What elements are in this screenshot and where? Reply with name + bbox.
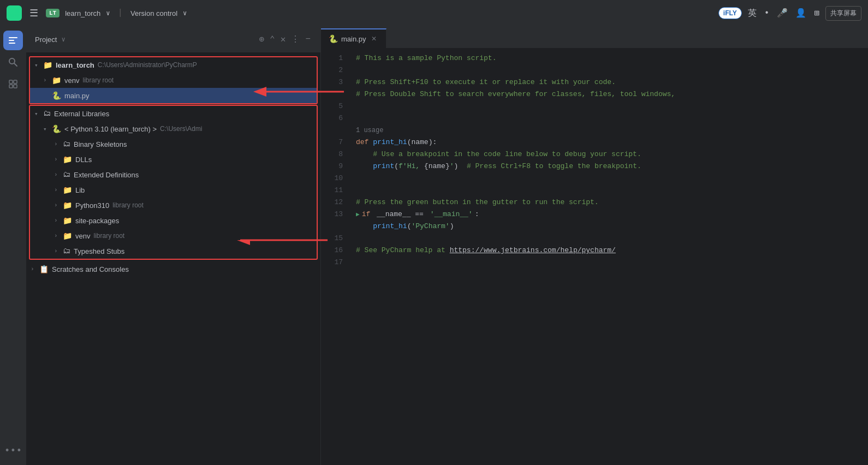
svg-rect-11 bbox=[9, 85, 13, 88]
svg-rect-0 bbox=[10, 9, 14, 13]
tree-item-python310[interactable]: ▾ 🐍 < Python 3.10 (learn_torch) > C:\Use… bbox=[30, 121, 317, 136]
hamburger-menu-icon[interactable]: ☰ bbox=[27, 5, 40, 21]
locate-file-icon[interactable]: ⊕ bbox=[258, 33, 265, 46]
chevron-right-icon: › bbox=[31, 266, 39, 272]
tree-item-main-py[interactable]: 🐍 main.py bbox=[30, 88, 317, 103]
sidebar-dropdown-icon[interactable]: ∨ bbox=[61, 35, 65, 44]
tab-main-py[interactable]: 🐍 main.py ✕ bbox=[321, 28, 387, 48]
app-logo bbox=[7, 5, 22, 21]
vcs-label[interactable]: Version control bbox=[130, 9, 177, 17]
tree-item-lib[interactable]: › 📁 Lib bbox=[30, 182, 317, 198]
vcs-dropdown-icon[interactable]: ∨ bbox=[183, 9, 187, 17]
code-line-17 bbox=[356, 257, 861, 269]
line-num-empty bbox=[328, 88, 343, 100]
tree-item-external-libraries[interactable]: ▾ 🗂 External Libraries bbox=[30, 106, 317, 121]
venv-libroot-label: venv bbox=[75, 232, 90, 240]
code-editor: 1 2 3 5 6 7 8 9 10 11 12 13 15 16 17 bbox=[321, 48, 868, 465]
sidebar-title: Project bbox=[35, 35, 57, 44]
activity-bar: ••• bbox=[0, 26, 26, 465]
scratches-label: Scratches and Consoles bbox=[52, 265, 129, 273]
root-folder-label: learn_torch bbox=[56, 61, 94, 69]
line-num-2: 2 bbox=[328, 64, 343, 76]
python310-folder-label: Python310 bbox=[75, 201, 109, 210]
chevron-right-icon: › bbox=[54, 156, 63, 163]
tree-item-root[interactable]: ▾ 📁 learn_torch C:\Users\Administrator\P… bbox=[30, 57, 317, 73]
svg-rect-4 bbox=[9, 37, 17, 38]
tree-item-extended-definitions[interactable]: › 🗂 Extended Definitions bbox=[30, 167, 317, 182]
lib-label: Lib bbox=[75, 186, 85, 194]
svg-rect-9 bbox=[9, 80, 13, 84]
line-num-13: 13 bbox=[328, 208, 343, 220]
line-num-16: 16 bbox=[328, 245, 343, 257]
chevron-right-icon: › bbox=[54, 217, 63, 224]
ifly-mic-icon[interactable]: 🎤 bbox=[775, 6, 789, 20]
share-screen-button[interactable]: 共享屏幕 bbox=[825, 6, 861, 21]
venv-libroot-tag: library root bbox=[93, 232, 124, 240]
svg-rect-12 bbox=[14, 85, 17, 88]
project-dropdown-icon[interactable]: ∨ bbox=[106, 9, 110, 17]
activity-plugins-icon[interactable] bbox=[3, 74, 23, 94]
code-line-15 bbox=[356, 233, 861, 245]
code-line-11 bbox=[356, 184, 861, 196]
project-name[interactable]: learn_torch bbox=[65, 9, 100, 17]
tab-close-icon[interactable]: ✕ bbox=[370, 34, 378, 43]
line-num-10: 10 bbox=[328, 172, 343, 184]
tree-item-python310-folder[interactable]: › 📁 Python310 library root bbox=[30, 198, 317, 213]
code-line-3b: # Press Double Shift to search everywher… bbox=[356, 88, 861, 100]
tree-item-venv-libroot[interactable]: › 📁 venv library root bbox=[30, 228, 317, 243]
root-folder-path: C:\Users\Administrator\PyCharmP bbox=[98, 61, 197, 69]
file-tree: ▾ 📁 learn_torch C:\Users\Administrator\P… bbox=[26, 52, 320, 465]
ifly-grid-icon[interactable]: ⊞ bbox=[812, 6, 821, 20]
ifly-user-icon[interactable]: 👤 bbox=[794, 6, 808, 20]
svg-line-8 bbox=[14, 63, 17, 66]
code-content[interactable]: # This is a sample Python script. # Pres… bbox=[349, 52, 868, 465]
tree-item-dlls[interactable]: › 📁 DLLs bbox=[30, 152, 317, 167]
folder-icon: 📁 bbox=[43, 61, 52, 70]
close-sidebar-icon[interactable]: ✕ bbox=[280, 33, 287, 46]
line-num-9: 9 bbox=[328, 160, 343, 172]
code-line-5 bbox=[356, 100, 861, 112]
more-options-icon[interactable]: ⋮ bbox=[290, 33, 301, 46]
code-line-8: # Use a breakpoint in the code line belo… bbox=[356, 148, 861, 160]
collapse-all-icon[interactable]: ⌃ bbox=[269, 33, 276, 46]
lib-icon: 🗂 bbox=[63, 170, 70, 179]
code-line-2 bbox=[356, 64, 861, 76]
line-num-3: 3 bbox=[328, 76, 343, 88]
python310-path: C:\Users\Admi bbox=[160, 125, 202, 133]
external-libraries-section-highlight: ▾ 🗂 External Libraries ▾ 🐍 < Python 3.10… bbox=[29, 105, 318, 260]
tree-item-typeshed-stubs[interactable]: › 🗂 Typeshed Stubs bbox=[30, 243, 317, 259]
svg-rect-5 bbox=[9, 40, 14, 41]
scratches-icon: 📋 bbox=[39, 265, 49, 274]
ifly-dots-icon[interactable]: • bbox=[763, 7, 771, 20]
code-line-10 bbox=[356, 172, 861, 184]
tree-item-scratches[interactable]: › 📋 Scratches and Consoles bbox=[26, 261, 320, 277]
line-num-17: 17 bbox=[328, 257, 343, 269]
line-num-1: 1 bbox=[328, 52, 343, 64]
site-packages-label: site-packages bbox=[75, 217, 119, 225]
svg-rect-10 bbox=[14, 80, 17, 84]
library-icon: 🗂 bbox=[43, 109, 51, 118]
line-num-6: 6 bbox=[328, 112, 343, 124]
binary-skeletons-label: Binary Skeletons bbox=[74, 140, 127, 148]
ifly-language-icon[interactable]: 英 bbox=[746, 6, 758, 21]
folder-icon: 📁 bbox=[63, 231, 72, 241]
code-line-7: def print_hi(name): bbox=[356, 136, 861, 148]
minimize-icon[interactable]: − bbox=[304, 33, 312, 45]
project-badge: LT bbox=[46, 9, 60, 17]
dlls-label: DLLs bbox=[75, 156, 92, 164]
venv-label: venv bbox=[64, 76, 79, 85]
chevron-right-icon: › bbox=[43, 77, 52, 84]
ifly-badge: iFLY bbox=[718, 7, 742, 19]
activity-project-icon[interactable] bbox=[3, 31, 23, 50]
folder-icon: 📁 bbox=[63, 155, 72, 164]
activity-more-icon[interactable]: ••• bbox=[3, 441, 23, 461]
code-line-1: # This is a sample Python script. bbox=[356, 52, 861, 64]
folder-icon: 📁 bbox=[63, 216, 72, 225]
tree-item-site-packages[interactable]: › 📁 site-packages bbox=[30, 213, 317, 228]
activity-search-icon[interactable] bbox=[3, 52, 23, 72]
lib-icon: 🗂 bbox=[63, 247, 70, 255]
code-line-6 bbox=[356, 112, 861, 124]
tree-item-venv[interactable]: › 📁 venv library root bbox=[30, 73, 317, 88]
tree-item-binary-skeletons[interactable]: › 🗂 Binary Skeletons bbox=[30, 136, 317, 152]
typeshed-stubs-label: Typeshed Stubs bbox=[74, 247, 124, 255]
